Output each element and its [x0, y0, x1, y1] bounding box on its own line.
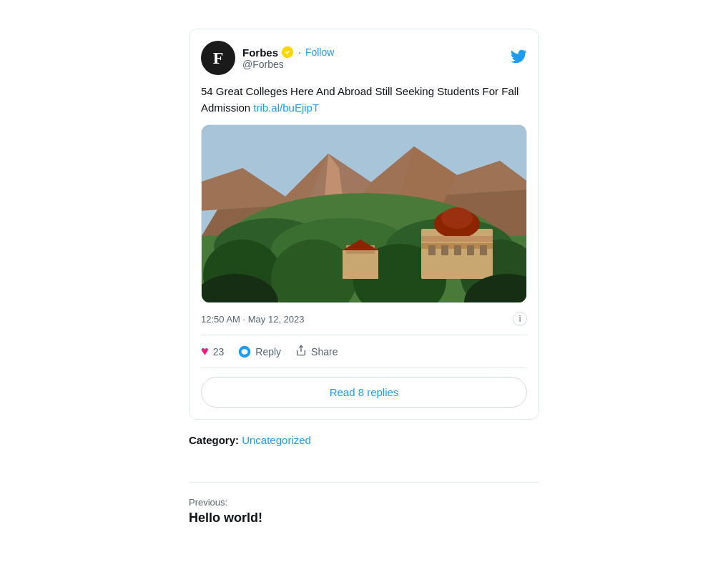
- svg-rect-26: [480, 245, 487, 255]
- category-link[interactable]: Uncategorized: [242, 434, 311, 446]
- info-icon[interactable]: i: [513, 312, 527, 326]
- tweet-actions: ♥ 23 Reply: [201, 335, 527, 368]
- verified-badge-icon: [281, 46, 294, 59]
- reply-bubble-icon: [238, 345, 251, 358]
- svg-rect-24: [454, 245, 461, 255]
- tweet-image: [202, 125, 526, 302]
- tweet-text: 54 Great Colleges Here And Abroad Still …: [201, 85, 518, 114]
- category-label: Category:: [189, 434, 239, 446]
- tweet-meta: 12:50 AM · May 12, 2023 i: [201, 312, 527, 326]
- svg-rect-23: [441, 245, 448, 255]
- svg-rect-25: [467, 245, 474, 255]
- share-action[interactable]: Share: [295, 345, 338, 358]
- share-icon: [295, 345, 307, 358]
- avatar[interactable]: F: [201, 41, 235, 75]
- nav-previous-title[interactable]: Hello world!: [189, 511, 539, 526]
- read-replies-button[interactable]: Read 8 replies: [201, 377, 527, 408]
- svg-point-33: [242, 349, 248, 355]
- nav-previous-label: Previous:: [189, 497, 539, 508]
- tweet-header-left: F Forbes · Follow @Forbe: [201, 41, 334, 75]
- likes-count: 23: [213, 346, 225, 358]
- tweet-link[interactable]: trib.al/buEjipT: [253, 102, 319, 114]
- follow-separator: ·: [298, 46, 301, 58]
- tweet-card: F Forbes · Follow @Forbe: [189, 29, 539, 420]
- page-wrapper: F Forbes · Follow @Forbe: [0, 0, 728, 540]
- svg-point-19: [441, 207, 473, 229]
- twitter-brand-icon: [510, 48, 527, 68]
- svg-rect-20: [421, 236, 493, 242]
- author-name-row: Forbes · Follow: [242, 46, 334, 59]
- likes-action[interactable]: ♥ 23: [201, 344, 224, 359]
- tweet-body: 54 Great Colleges Here And Abroad Still …: [201, 84, 527, 116]
- navigation-section: Previous: Hello world!: [189, 482, 539, 526]
- author-handle: @Forbes: [242, 59, 334, 70]
- author-name: Forbes: [242, 46, 278, 59]
- follow-link[interactable]: Follow: [305, 46, 334, 58]
- author-info: Forbes · Follow @Forbes: [242, 46, 334, 70]
- tweet-image-container[interactable]: [201, 124, 527, 303]
- svg-rect-22: [428, 245, 436, 255]
- heart-icon: ♥: [201, 344, 209, 359]
- share-label: Share: [311, 346, 338, 358]
- reply-label: Reply: [255, 346, 281, 358]
- category-section: Category: Uncategorized: [189, 434, 539, 446]
- reply-action[interactable]: Reply: [238, 345, 281, 358]
- svg-rect-27: [343, 250, 378, 279]
- tweet-header: F Forbes · Follow @Forbe: [201, 41, 527, 75]
- avatar-letter: F: [213, 49, 224, 66]
- tweet-timestamp: 12:50 AM · May 12, 2023: [201, 314, 305, 325]
